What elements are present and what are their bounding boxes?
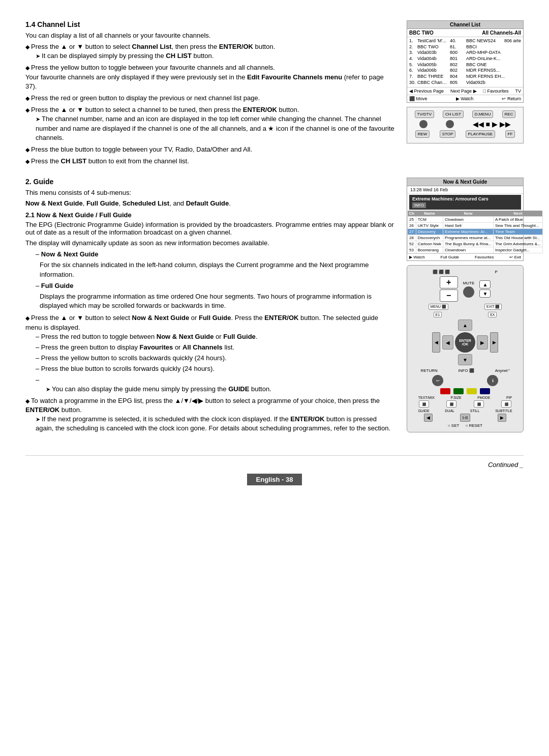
big-remote: ⬛ ⬛ ⬛ P + − MUTE ▲ ▼ xyxy=(407,265,524,432)
full-guide-desc: Displays the programme information as ti… xyxy=(25,292,396,310)
enter-label: ENTER xyxy=(459,339,471,342)
col-name: Name xyxy=(416,211,443,217)
right-arrow-btn[interactable]: ▶ xyxy=(490,332,498,353)
channel-row: 4.Vida004b801ARD-OnLine-K... xyxy=(409,56,521,62)
sq-3[interactable]: ⬛ xyxy=(474,400,484,408)
circle-2 xyxy=(446,120,454,128)
info-btn[interactable]: ℹ xyxy=(487,375,498,386)
sq-1[interactable]: ⬛ xyxy=(419,400,429,408)
section-2-intro: This menu consists of 4 sub-menus: xyxy=(25,189,396,196)
fmode-label: FMODE xyxy=(477,396,490,399)
play-pause-btn[interactable]: PLAY/PAUSE xyxy=(466,130,496,138)
ch-up-btn[interactable]: ▲ xyxy=(479,280,491,288)
guide-row: 53BoomerangClowndownInspector Gadget... xyxy=(408,247,543,253)
guide-label: GUIDE xyxy=(418,409,429,413)
guide-ui: Now & Next Guide 13:28 Wed 16 Feb Extrem… xyxy=(407,178,524,261)
arrow-btns-row: ◀ I-II ▶ xyxy=(410,414,520,422)
guide-row: 52Cartoon NwkThe Bugs Bunny & Rina...The… xyxy=(408,241,543,247)
still-label: STILL xyxy=(470,409,480,413)
dash-2: Press the green button to display Favour… xyxy=(25,343,396,352)
bullet-3: Press the red or green button to display… xyxy=(25,94,396,103)
ff-btn[interactable]: FF xyxy=(505,130,515,138)
dash-3: Press the yellow button to scrolls backw… xyxy=(25,354,396,363)
mute-btn[interactable] xyxy=(463,286,474,298)
return-btn[interactable]: ↩ xyxy=(432,375,443,386)
next-arrow-btn[interactable]: ▶ xyxy=(498,414,506,422)
guide-date: 13:28 Wed 16 Feb xyxy=(407,186,523,194)
enter-ok-btn[interactable]: ENTER /OK xyxy=(455,332,475,353)
nav-up-btn[interactable]: ▲ xyxy=(458,319,472,331)
bullet-2: Press the yellow button to toggle betwee… xyxy=(25,63,396,91)
green-btn[interactable] xyxy=(453,388,464,394)
section-2-header: 2. Guide xyxy=(25,178,396,186)
channel-row: 7.BBC THREE804MDR FERNS EH... xyxy=(409,74,521,80)
set-reset-row: ○ SET ○ RESET xyxy=(410,423,520,428)
nav-down-btn[interactable]: ▼ xyxy=(458,354,472,365)
sq-4[interactable]: ⬛ xyxy=(501,400,511,408)
nav-cluster: ▲ ▼ ◀ ▶ ENTER /OK xyxy=(442,319,488,365)
dash-4: Press the blue button to scrolls forward… xyxy=(25,364,396,373)
ex-btn[interactable]: EX xyxy=(488,312,497,317)
left-arrow-btn[interactable]: ◀ xyxy=(432,332,440,353)
return-label: RETURN xyxy=(420,368,437,373)
footer-tv: TV xyxy=(515,89,521,94)
yellow-btn[interactable] xyxy=(467,388,477,394)
footer-next: Next Page ▶ xyxy=(450,89,477,94)
section-2-text: 2. Guide This menu consists of 4 sub-men… xyxy=(25,178,396,435)
english-badge-wrapper: English - 38 xyxy=(25,474,524,485)
remote-top-row1: TV/DTV CH LIST D.MENU REC xyxy=(410,110,520,118)
rew-btn[interactable]: REW xyxy=(415,130,430,138)
ch-list-btn[interactable]: CH LIST xyxy=(443,110,464,118)
guide-row: 26UKTV StyleHard SellSew This and Though… xyxy=(408,223,543,229)
guide-full: Full Guide xyxy=(441,255,459,259)
return-row: RETURN INFO ⬛ Anynet⁺ xyxy=(410,368,520,373)
i-ii-btn[interactable]: I-II xyxy=(460,414,471,422)
circle-1 xyxy=(419,120,428,128)
info-label: INFO ⬛ xyxy=(459,368,474,373)
continued-text: Continued _ xyxy=(488,461,524,469)
page-footer: Continued _ xyxy=(25,455,524,469)
full-guide-header: Full Guide xyxy=(25,281,396,290)
guide-fav: Favourites xyxy=(475,255,494,259)
section-2-images: Now & Next Guide 13:28 Wed 16 Feb Extrem… xyxy=(407,178,524,435)
section-14-text: 1.4 Channel List You can display a list … xyxy=(25,20,396,168)
menu-btn[interactable]: MENU ⬛ xyxy=(429,304,449,310)
page-content: 1.4 Channel List You can display a list … xyxy=(25,20,524,485)
channel-list-footer2: ⬛ Move ▶ Watch ↩ Return xyxy=(407,95,523,102)
dash-1: Press the red button to toggle between N… xyxy=(25,332,396,341)
section-2-submenus: Now & Next Guide, Full Guide, Scheduled … xyxy=(25,199,396,207)
text-row: TEXT/MIX P.SIZE FMODE PIP xyxy=(410,396,520,399)
guide-row-highlight: 27DiscoveryExtreme Machines: Ar...Time T… xyxy=(408,229,543,235)
tv-dtv-btn[interactable]: TV/DTV xyxy=(415,110,434,118)
section-2-bullets: Press the ▲ or ▼ button to select Now & … xyxy=(25,313,396,433)
guide-arrow: You can also display the guide menu simp… xyxy=(36,385,396,394)
channel-row: 5.Vida005b802BBC ONE xyxy=(409,62,521,68)
vol-down-btn[interactable]: − xyxy=(440,289,458,302)
ch-down-btn[interactable]: ▼ xyxy=(479,289,491,298)
stop-btn[interactable]: STOP xyxy=(440,130,456,138)
exit-btn[interactable]: EXIT ⬛ xyxy=(484,304,502,310)
channel-list-footer: ◀ Previous Page Next Page ▶ □ Favourites… xyxy=(407,87,523,95)
footer-prev: ◀ Previous Page xyxy=(409,89,444,94)
blue-btn[interactable] xyxy=(480,388,490,394)
sq-2[interactable]: ⬛ xyxy=(446,400,456,408)
section-2: 2. Guide This menu consists of 4 sub-men… xyxy=(25,178,524,435)
footer-watch: ▶ Watch xyxy=(456,96,474,101)
rec-btn[interactable]: REC xyxy=(502,110,516,118)
sq-btns-row: ⬛ ⬛ ⬛ ⬛ xyxy=(410,400,520,408)
epg-intro: The EPG (Electronic Programme Guide) inf… xyxy=(25,221,396,236)
d-menu-btn[interactable]: D.MENU xyxy=(472,110,494,118)
info-badge: INFO xyxy=(412,202,426,208)
mute-label: MUTE xyxy=(463,281,475,285)
e1-btn[interactable]: E1 xyxy=(434,312,442,317)
channel-header-left: BBC TWO xyxy=(409,30,434,36)
color-btns-row xyxy=(410,388,520,394)
nav-right-btn[interactable]: ▶ xyxy=(477,335,488,350)
nav-left-btn[interactable]: ◀ xyxy=(442,335,453,350)
red-btn[interactable] xyxy=(440,388,450,394)
bullet-4: Press the ▲ or ▼ button to select a chan… xyxy=(25,105,396,142)
guide-title: Now & Next Guide xyxy=(407,178,523,186)
prev-arrow-btn[interactable]: ◀ xyxy=(424,414,433,422)
vol-up-btn[interactable]: + xyxy=(440,276,458,288)
r-p-label: P xyxy=(495,270,498,274)
